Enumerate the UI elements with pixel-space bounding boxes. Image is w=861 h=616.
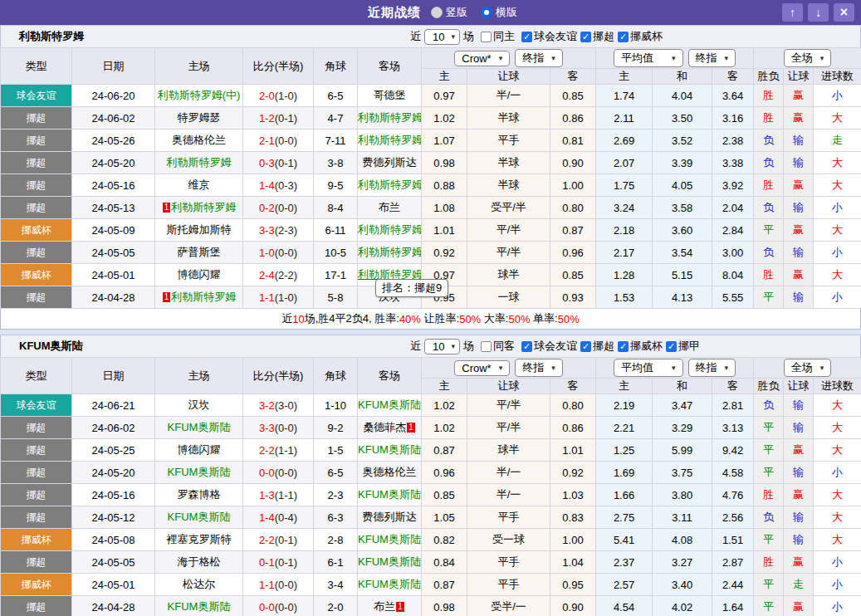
team-name: KFUM奥斯陆 xyxy=(19,339,83,354)
home-team-cell[interactable]: 斯托姆加斯特 xyxy=(155,219,243,242)
away-team-cell[interactable]: KFUM奥斯陆 xyxy=(358,529,422,551)
match-league-type: 挪超 xyxy=(1,417,72,439)
average-stage-dropdown[interactable]: 终指 ▾ xyxy=(688,49,736,67)
league-checkbox[interactable]: ✓球会友谊 xyxy=(518,339,577,354)
away-team-cell[interactable]: 布兰 xyxy=(358,197,422,219)
home-team-cell[interactable]: 维京 xyxy=(155,174,243,197)
away-team-cell[interactable]: KFUM奥斯陆 xyxy=(358,484,422,506)
scope-dropdown[interactable]: 全场 ▾ xyxy=(784,49,832,67)
checkbox-unchecked-icon[interactable] xyxy=(481,32,492,42)
checkbox-unchecked-icon[interactable] xyxy=(481,341,492,352)
away-team-cell[interactable]: 费德列斯达 xyxy=(358,152,422,174)
home-team-cell[interactable]: 博德闪耀 xyxy=(155,264,243,286)
scope-value: 全场 xyxy=(791,51,813,66)
away-team-cell[interactable]: 利勒斯特罗姆 xyxy=(358,219,422,242)
away-team-cell[interactable]: 利勒斯特罗姆 xyxy=(358,130,422,152)
checkbox-checked-icon[interactable]: ✓ xyxy=(666,341,677,352)
away-team-cell[interactable]: 费德列斯达 xyxy=(358,506,422,529)
average-dropdown[interactable]: 平均值 ▾ xyxy=(614,49,683,67)
home-team-cell[interactable]: 裡塞克罗斯特 xyxy=(155,529,243,551)
full-time-score: 2-1 xyxy=(259,134,275,147)
away-team-cell[interactable]: 布兰1 xyxy=(358,596,422,616)
home-team-cell[interactable]: 利勒斯特罗姆(中) xyxy=(155,85,243,107)
match-date: 24-05-26 xyxy=(72,130,155,152)
match-result: 平 xyxy=(754,574,784,596)
home-team-name: KFUM奥斯陆 xyxy=(168,421,231,433)
close-button[interactable]: × xyxy=(834,3,854,22)
layout-radio-vertical[interactable]: 竖版 xyxy=(431,5,467,20)
league-checkbox[interactable]: ✓球会友谊 xyxy=(518,29,577,44)
home-team-cell[interactable]: 罗森博格 xyxy=(155,484,243,506)
scope-dropdown[interactable]: 全场 ▾ xyxy=(784,359,832,377)
away-team-cell[interactable]: KFUM奥斯陆 xyxy=(358,551,422,574)
match-date: 24-06-20 xyxy=(72,85,155,107)
checkbox-checked-icon[interactable]: ✓ xyxy=(521,341,532,352)
average-stage-dropdown[interactable]: 终指 ▾ xyxy=(688,359,736,377)
away-team-cell[interactable]: 哥德堡 xyxy=(358,85,422,107)
away-team-cell[interactable]: 利勒斯特罗姆 xyxy=(358,107,422,130)
goals-result: 小 xyxy=(814,574,861,596)
match-result: 平 xyxy=(754,529,784,551)
average-dropdown[interactable]: 平均值 ▾ xyxy=(614,359,683,377)
home-team-cell[interactable]: KFUM奥斯陆 xyxy=(155,462,243,484)
match-row: 挪超24-05-26奥德格伦兰2-1(0-0)7-11利勒斯特罗姆1.07平手0… xyxy=(1,130,861,152)
away-team-cell[interactable]: KFUM奥斯陆 xyxy=(358,439,422,462)
recent-count-select[interactable]: 10 ▾ xyxy=(424,29,460,45)
home-team-cell[interactable]: 1利勒斯特罗姆 xyxy=(155,286,243,309)
radio-unselected-icon[interactable] xyxy=(431,7,443,18)
home-team-cell[interactable]: KFUM奥斯陆 xyxy=(155,596,243,616)
home-team-cell[interactable]: 利勒斯特罗姆 xyxy=(155,152,243,174)
full-time-score: 0-3 xyxy=(259,157,275,169)
score-cell: 0-0(0-0) xyxy=(243,596,314,616)
match-row: 挪威杯24-05-08裡塞克罗斯特2-2(0-1)2-8KFUM奥斯陆0.82受… xyxy=(1,529,861,551)
away-team-cell[interactable]: 桑德菲杰1 xyxy=(358,417,422,439)
home-team-cell[interactable]: 萨普斯堡 xyxy=(155,242,243,264)
match-date: 24-05-08 xyxy=(72,529,155,551)
handicap-result: 输 xyxy=(784,417,814,439)
odds-stage-dropdown[interactable]: 终指 ▾ xyxy=(515,49,563,67)
move-up-button[interactable]: ↑ xyxy=(782,3,803,22)
col-header-date: 日期 xyxy=(72,358,155,394)
layout-radio-horizontal[interactable]: 横版 xyxy=(481,5,517,20)
home-team-cell[interactable]: 特罗姆瑟 xyxy=(155,107,243,130)
away-team-cell[interactable]: KFUM奥斯陆 xyxy=(358,394,422,417)
radio-selected-icon[interactable] xyxy=(481,7,492,18)
handicap-result: 输 xyxy=(784,394,814,417)
home-team-cell[interactable]: 奥德格伦兰 xyxy=(155,130,243,152)
chevron-down-icon: ▾ xyxy=(672,364,676,372)
away-team-cell[interactable]: 利勒斯特罗姆 xyxy=(358,242,422,264)
league-checkbox[interactable]: ✓挪威杯 xyxy=(614,29,663,44)
away-team-cell[interactable]: 利勒斯特罗姆 xyxy=(358,174,422,197)
handicap-result: 输 xyxy=(784,152,814,174)
odds-company-dropdown[interactable]: Crow* ▾ xyxy=(454,360,510,376)
checkbox-checked-icon[interactable]: ✓ xyxy=(618,341,629,352)
checkbox-checked-icon[interactable]: ✓ xyxy=(618,32,629,42)
away-team-cell[interactable]: 奥德格伦兰 xyxy=(358,462,422,484)
move-down-button[interactable]: ↓ xyxy=(808,3,829,22)
away-team-cell[interactable]: KFUM奥斯陆 xyxy=(358,574,422,596)
avg-home-odds: 2.11 xyxy=(596,107,653,130)
handicap-away-odds: 0.86 xyxy=(550,107,596,130)
home-team-cell[interactable]: 1利勒斯特罗姆 xyxy=(155,197,243,219)
home-team-name: 博德闪耀 xyxy=(178,443,221,456)
odds-stage-dropdown[interactable]: 终指 ▾ xyxy=(515,359,563,377)
home-team-cell[interactable]: KFUM奥斯陆 xyxy=(155,506,243,529)
home-team-cell[interactable]: 松达尔 xyxy=(155,574,243,596)
match-league-type: 挪超 xyxy=(1,506,72,529)
home-team-cell[interactable]: 海于格松 xyxy=(155,551,243,574)
odds-company-dropdown[interactable]: Crow* ▾ xyxy=(454,51,510,66)
home-team-cell[interactable]: 汉坎 xyxy=(155,394,243,417)
recent-count-select[interactable]: 10 ▾ xyxy=(424,339,460,354)
league-checkbox[interactable]: ✓挪甲 xyxy=(663,339,700,354)
league-checkbox[interactable]: ✓挪超 xyxy=(577,29,614,44)
checkbox-checked-icon[interactable]: ✓ xyxy=(521,32,532,42)
home-team-cell[interactable]: 博德闪耀 xyxy=(155,439,243,462)
checkbox-checked-icon[interactable]: ✓ xyxy=(580,32,591,42)
average-stage-value: 终指 xyxy=(696,51,717,66)
checkbox-checked-icon[interactable]: ✓ xyxy=(580,341,591,352)
same-home-checkbox[interactable]: 同主 xyxy=(477,29,515,44)
league-checkbox[interactable]: ✓挪超 xyxy=(577,339,614,354)
home-team-cell[interactable]: KFUM奥斯陆 xyxy=(155,417,243,439)
league-checkbox[interactable]: ✓挪威杯 xyxy=(614,339,663,354)
same-away-checkbox[interactable]: 同客 xyxy=(477,339,515,354)
